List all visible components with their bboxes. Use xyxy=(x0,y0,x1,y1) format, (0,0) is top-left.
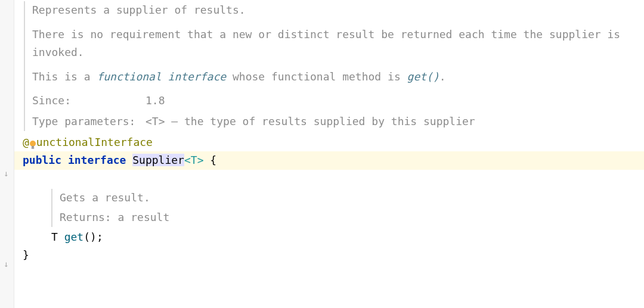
generic-param: <T> xyxy=(184,154,204,166)
editor-gutter: ↓ ↓ xyxy=(0,0,14,308)
gutter-override-down-icon[interactable]: ↓ xyxy=(4,257,8,272)
javadoc-link[interactable]: functional interface xyxy=(97,70,226,83)
open-brace: { xyxy=(203,154,216,166)
return-type: T xyxy=(51,231,58,243)
keyword-public: public xyxy=(23,154,61,166)
class-name: Supplier xyxy=(132,154,184,166)
javadoc-paragraph: This is a functional interface whose fun… xyxy=(32,68,644,86)
svg-rect-2 xyxy=(31,148,34,148)
blank-line[interactable] xyxy=(23,170,644,188)
svg-rect-1 xyxy=(32,146,34,148)
method-declaration-line[interactable]: T get(); xyxy=(23,228,644,247)
keyword-interface: interface xyxy=(68,154,126,166)
javadoc-typeparam-label: Type parameters: xyxy=(32,113,145,131)
method-sig-tail: (); xyxy=(83,231,103,243)
gutter-override-down-icon[interactable]: ↓ xyxy=(4,167,8,181)
class-javadoc: Represents a supplier of results. There … xyxy=(24,1,644,131)
svg-point-0 xyxy=(30,141,36,147)
svg-rect-3 xyxy=(32,148,34,149)
close-brace-line[interactable]: } xyxy=(23,246,644,265)
javadoc-returns: Returns: a result xyxy=(60,209,644,227)
method-name: get xyxy=(64,231,84,243)
javadoc-since-label: Since: xyxy=(32,92,145,110)
method-javadoc: Gets a result. Returns: a result xyxy=(51,189,644,226)
annotation-name: unctionalInterface xyxy=(36,136,153,148)
class-declaration-line[interactable]: public interface Supplier<T> { xyxy=(14,151,644,170)
javadoc-typeparam-row: Type parameters: <T> – the type of resul… xyxy=(32,113,644,131)
javadoc-link[interactable]: get() xyxy=(407,70,439,83)
annotation-line[interactable]: @unctionalInterface xyxy=(23,133,644,152)
javadoc-since-row: Since: 1.8 xyxy=(32,92,644,110)
javadoc-paragraph: Gets a result. xyxy=(60,189,644,207)
javadoc-paragraph: There is no requirement that a new or di… xyxy=(32,26,644,62)
javadoc-paragraph: Represents a supplier of results. xyxy=(32,1,644,20)
editor-content[interactable]: Represents a supplier of results. There … xyxy=(14,1,644,265)
javadoc-typeparam-value: <T> – the type of results supplied by th… xyxy=(145,113,644,131)
javadoc-since-value: 1.8 xyxy=(145,92,644,110)
